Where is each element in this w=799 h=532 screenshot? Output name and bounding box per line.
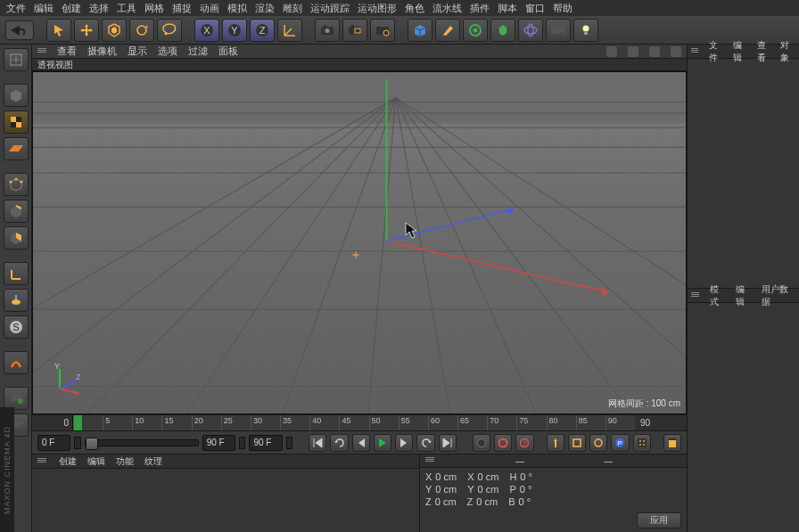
vp-nav-orbit-icon[interactable] <box>649 46 660 57</box>
next-frame-button[interactable] <box>395 434 413 452</box>
menu-select[interactable]: 选择 <box>86 2 111 15</box>
range-slider[interactable] <box>85 439 199 446</box>
menu-help[interactable]: 帮助 <box>550 2 575 15</box>
menu-script[interactable]: 脚本 <box>495 2 520 15</box>
select-tool-button[interactable] <box>46 19 71 42</box>
mat-tab-edit[interactable]: 编辑 <box>87 455 105 468</box>
vp-menu-options[interactable]: 选项 <box>158 45 177 58</box>
key-param-button[interactable]: P <box>611 434 629 452</box>
snap-toggle-button[interactable]: S <box>4 315 29 339</box>
menu-char[interactable]: 角色 <box>402 2 427 15</box>
render-view-button[interactable] <box>315 19 340 42</box>
coord-value-field[interactable]: 0 cm <box>478 484 499 495</box>
workplane-button[interactable] <box>4 137 29 160</box>
soft-select-button[interactable] <box>4 351 29 374</box>
camera-button[interactable] <box>546 19 571 42</box>
menu-sculpt[interactable]: 雕刻 <box>280 2 305 15</box>
mat-tab-func[interactable]: 功能 <box>116 455 134 468</box>
axis-z-button[interactable]: Z <box>250 19 275 42</box>
menu-mesh[interactable]: 网格 <box>142 2 167 15</box>
menu-anim[interactable]: 动画 <box>197 2 222 15</box>
coord-value-field[interactable]: 0 cm <box>478 471 499 482</box>
apply-button[interactable]: 应用 <box>637 512 681 528</box>
axis-x-button[interactable]: X <box>194 19 219 42</box>
menu-track[interactable]: 运动跟踪 <box>308 2 352 15</box>
stepper-icon[interactable] <box>239 437 245 449</box>
scale-tool-button[interactable] <box>102 19 127 42</box>
coord-value-field[interactable]: 0 cm <box>435 471 457 482</box>
menu-render[interactable]: 渲染 <box>252 2 277 15</box>
key-pos-button[interactable] <box>547 434 564 452</box>
light-button[interactable] <box>573 19 598 42</box>
frame-start-field[interactable]: 0 F <box>37 435 70 451</box>
environment-button[interactable] <box>518 19 543 42</box>
range-end-field[interactable]: 90 F <box>202 435 235 451</box>
lasso-tool-button[interactable] <box>157 19 182 42</box>
primitive-cube-button[interactable] <box>408 19 432 42</box>
goto-end-button[interactable] <box>439 434 457 452</box>
vp-menu-panel[interactable]: 面板 <box>218 45 238 58</box>
coord-value-field[interactable]: 0 cm <box>435 496 457 507</box>
keyframe-sel-button[interactable]: ? <box>515 434 533 452</box>
key-pla-button[interactable] <box>633 434 651 452</box>
menu-mograph[interactable]: 运动图形 <box>355 2 400 15</box>
perspective-viewport[interactable]: ＋ Y Z 网格间距 : 100 cm <box>32 71 687 414</box>
make-editable-button[interactable] <box>4 48 29 71</box>
mat-tab-create[interactable]: 创建 <box>59 455 77 468</box>
menu-tools[interactable]: 工具 <box>114 2 139 15</box>
stepper-icon[interactable] <box>74 437 80 449</box>
mat-tab-texture[interactable]: 纹理 <box>144 455 162 468</box>
generator-button[interactable] <box>463 19 488 42</box>
take-button[interactable] <box>663 434 681 452</box>
menu-snap[interactable]: 捕捉 <box>169 2 194 15</box>
autokey-button[interactable] <box>494 434 512 452</box>
coord-value-field[interactable]: 0 cm <box>435 484 457 495</box>
rotate-tool-button[interactable] <box>129 19 154 42</box>
coord-value-field[interactable]: 0 ° <box>519 496 531 507</box>
hamburger-icon[interactable] <box>691 292 699 299</box>
menu-sim[interactable]: 模拟 <box>225 2 250 15</box>
menu-plugin[interactable]: 插件 <box>467 2 492 15</box>
menu-file[interactable]: 文件 <box>4 2 29 15</box>
model-mode-button[interactable] <box>4 84 29 107</box>
goto-start-button[interactable] <box>309 434 326 452</box>
render-settings-button[interactable] <box>370 19 395 42</box>
frame-end-field[interactable]: 90 F <box>249 435 282 451</box>
tweak-mode-button[interactable] <box>4 289 29 312</box>
play-button[interactable] <box>374 434 391 452</box>
axis-mode-button[interactable] <box>4 262 29 285</box>
record-button[interactable] <box>473 434 490 452</box>
stepper-icon[interactable] <box>286 437 292 449</box>
menu-pipe[interactable]: 流水线 <box>430 2 465 15</box>
spline-pen-button[interactable] <box>435 19 460 42</box>
hamburger-icon[interactable] <box>37 458 46 465</box>
edge-mode-button[interactable] <box>4 200 29 223</box>
prev-frame-button[interactable] <box>352 434 370 452</box>
loop-button[interactable] <box>330 434 348 452</box>
menu-create[interactable]: 创建 <box>59 2 84 15</box>
key-rot-button[interactable] <box>589 434 607 452</box>
vp-menu-camera[interactable]: 摄像机 <box>87 45 117 58</box>
coord-value-field[interactable]: 0 ° <box>520 484 532 495</box>
vp-nav-zoom-icon[interactable] <box>628 46 638 57</box>
vp-menu-view[interactable]: 查看 <box>57 45 77 58</box>
point-mode-button[interactable] <box>4 173 29 196</box>
vp-nav-move-icon[interactable] <box>606 46 617 57</box>
vp-maximize-icon[interactable] <box>671 46 681 57</box>
vp-menu-filter[interactable]: 过滤 <box>188 45 208 58</box>
hamburger-icon[interactable] <box>691 48 698 55</box>
timeline-ruler[interactable]: 0 51015202530354045505560657075808590 90 <box>32 414 687 430</box>
move-tool-button[interactable] <box>74 19 99 42</box>
undo-button[interactable] <box>5 20 34 40</box>
axis-y-button[interactable]: Y <box>222 19 247 42</box>
vp-menu-display[interactable]: 显示 <box>128 45 147 58</box>
coord-value-field[interactable]: 0 cm <box>476 496 498 507</box>
menu-edit[interactable]: 编辑 <box>31 2 56 15</box>
coord-system-button[interactable] <box>277 19 302 42</box>
hamburger-icon[interactable] <box>37 48 46 55</box>
goto-end-loop-button[interactable] <box>416 434 434 452</box>
texture-mode-button[interactable] <box>4 110 29 134</box>
menu-window[interactable]: 窗口 <box>523 2 548 15</box>
hamburger-icon[interactable] <box>425 457 434 464</box>
deformer-button[interactable] <box>490 19 515 42</box>
